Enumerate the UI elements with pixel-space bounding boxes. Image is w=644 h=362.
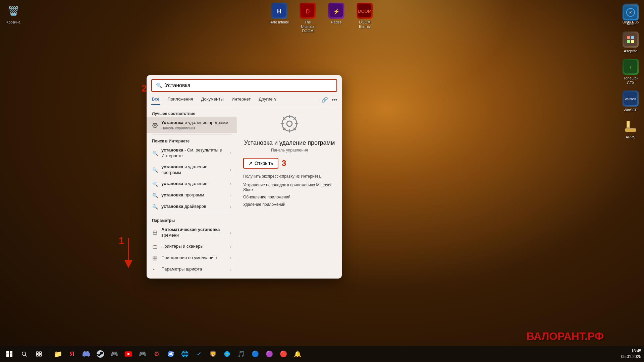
halo-label: Halo Infinite [269, 20, 289, 24]
web-search-icon-4: 🔍 [152, 204, 158, 210]
desktop-icon-hades[interactable]: ⚡ Hades [323, 0, 350, 36]
search-box-wrapper: 🔍 [147, 75, 342, 92]
taskbar-app-5[interactable]: 🦁 [206, 347, 220, 361]
taskbar-app-7[interactable]: 🎵 [234, 347, 248, 361]
settings-result-3[interactable]: A Параметры шрифта › [147, 264, 237, 275]
best-match-text: Установка и удаление программ Панель упр… [161, 120, 231, 130]
svg-rect-48 [10, 351, 12, 354]
taskbar-start-button[interactable] [3, 347, 16, 361]
desktop-icons-right: K Krita Aseprite T ToneLib-GFX WinSCP Wi… [617, 0, 644, 142]
taskbar-discord[interactable] [79, 347, 93, 361]
apps-label: APPS [626, 135, 635, 139]
desktop-icon-doom[interactable]: D The Ultimate DOOM [294, 0, 321, 36]
svg-rect-50 [10, 354, 12, 357]
doom-icon: D [300, 3, 316, 19]
quick-help-title: Получить экспресс-справку из Интернета [243, 174, 336, 179]
taskbar-app-8[interactable]: 🔵 [249, 347, 262, 361]
settings-result-1[interactable]: Принтеры и сканеры › [147, 241, 237, 252]
settings-arrow-2: › [230, 256, 231, 260]
web-search-title: Поиск в Интернете [147, 136, 237, 145]
discord-icon [83, 350, 90, 358]
tab-all[interactable]: Все [151, 95, 160, 105]
desktop-icon-aseprite[interactable]: Aseprite [617, 29, 644, 56]
taskbar-app-9[interactable]: 🟣 [263, 347, 276, 361]
app6-icon: ⚡ [224, 351, 230, 357]
settings-result-2[interactable]: Приложения по умолчанию › [147, 252, 237, 264]
desktop-icon-doom-eternal[interactable]: DOOM DOOM Eternal [352, 0, 378, 36]
taskbar-clock[interactable]: 18:45 05.01.2025 [621, 348, 641, 360]
app9-icon: 🟣 [266, 350, 273, 358]
svg-rect-31 [153, 256, 155, 258]
web-result-1[interactable]: 🔍 установка и удаление программ › [147, 162, 237, 178]
app5-icon: 🦁 [209, 350, 217, 358]
open-button[interactable]: ↗ Открыть [243, 158, 278, 169]
svg-rect-47 [6, 351, 9, 354]
app-icon-large [278, 112, 301, 135]
krita-icon-img: K [623, 4, 639, 20]
taskbar-app-2[interactable]: ⚙ [150, 347, 163, 361]
taskbar-epic[interactable]: 🎮 [108, 347, 121, 361]
taskbar-app-3[interactable]: 🌐 [178, 347, 192, 361]
taskbar-chrome[interactable] [164, 347, 177, 361]
taskbar-app-11[interactable]: 🔔 [291, 347, 304, 361]
taskbar-steam[interactable] [94, 347, 107, 361]
separator-2 [152, 214, 231, 214]
korzina-icon: 🗑️ [5, 3, 21, 19]
tab-apps[interactable]: Приложения [167, 95, 194, 105]
taskbar-app-1[interactable]: 🎮 [136, 347, 149, 361]
svg-rect-14 [627, 36, 630, 39]
taskbar-app-10[interactable]: 🔴 [277, 347, 290, 361]
search-content: Лучшее соответствие Установка и удаление… [147, 105, 342, 279]
desktop-icons-top-left: 🗑️ Корзина [0, 0, 34, 27]
settings-icon-0 [152, 230, 158, 236]
web-result-4[interactable]: 🔍 установка драйверов › [147, 201, 237, 213]
svg-text:D: D [306, 9, 310, 14]
desktop-icon-tonelib[interactable]: T ToneLib-GFX [617, 56, 644, 87]
quick-link-2[interactable]: Удаление приложений [243, 201, 336, 208]
taskbar: 📁 Я 🎮 🎮 [0, 346, 644, 362]
web-search-icon-0: 🔍 [152, 150, 158, 156]
taskbar-search-button[interactable] [17, 347, 31, 361]
search-input-container[interactable]: 🔍 [151, 79, 337, 92]
web-search-icon-1: 🔍 [152, 167, 158, 173]
quick-link-1[interactable]: Обновление приложений [243, 193, 336, 201]
search-input[interactable] [165, 82, 332, 88]
winscp-label: WinSCP [624, 108, 638, 112]
tab-web[interactable]: Интернет [231, 95, 251, 105]
app7-icon: 🎵 [237, 350, 245, 358]
taskbar-taskview-button[interactable] [32, 347, 46, 361]
svg-rect-23 [625, 128, 636, 132]
best-match-item[interactable]: Установка и удаление программ Панель упр… [147, 117, 237, 133]
svg-line-52 [25, 355, 26, 356]
steam-icon [97, 350, 104, 358]
svg-rect-16 [627, 40, 630, 43]
web-result-3[interactable]: 🔍 установка программ › [147, 190, 237, 201]
more-icon[interactable]: ••• [331, 97, 337, 103]
desktop-icon-krita[interactable]: K Krita [617, 2, 644, 29]
quick-link-0[interactable]: Устранение неполадок в приложениях Micro… [243, 181, 336, 193]
tab-other[interactable]: Другие ∨ [258, 95, 278, 105]
desktop-icon-korzina[interactable]: 🗑️ Корзина [0, 0, 27, 27]
taskbar-explorer[interactable]: 📁 [51, 347, 65, 361]
settings-icon-2 [152, 255, 158, 261]
svg-rect-54 [40, 352, 42, 353]
taskbar-youtube[interactable] [122, 347, 135, 361]
desktop-icon-apps[interactable]: APPS [617, 115, 644, 142]
taskbar-app-6[interactable]: ⚡ [220, 347, 234, 361]
web-result-0[interactable]: 🔍 установка - См. результаты в Интернете… [147, 145, 237, 162]
link-icon[interactable]: 🔗 [321, 97, 328, 103]
aseprite-icon-img [623, 32, 639, 48]
web-result-2[interactable]: 🔍 установка и удаление › [147, 178, 237, 190]
svg-point-51 [22, 352, 26, 356]
svg-rect-56 [40, 355, 42, 356]
taskbar-app-4[interactable]: ✓ [192, 347, 206, 361]
svg-text:⚡: ⚡ [225, 352, 229, 356]
settings-section-title: Параметры [147, 216, 237, 224]
svg-text:DOOM: DOOM [358, 9, 372, 14]
desktop-icon-halo[interactable]: H Halo Infinite [266, 0, 293, 36]
settings-result-0[interactable]: Автоматическая установка времени › [147, 224, 237, 241]
desktop-icon-winscp[interactable]: WinSCP WinSCP [617, 88, 644, 115]
tab-docs[interactable]: Документы [200, 95, 224, 105]
annotation-3: 3 [282, 159, 286, 168]
taskbar-yandex[interactable]: Я [65, 347, 79, 361]
